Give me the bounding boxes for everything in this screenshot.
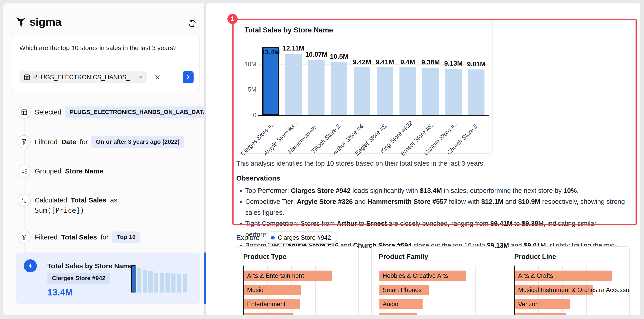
bar-Arthur Store #4...[interactable] (354, 68, 370, 116)
product-bar-label: Arts & Entertainment (247, 270, 304, 281)
chart-title: Total Sales by Store Name (244, 26, 333, 34)
step-label-5[interactable]: Filtered Total Sales forTop 10 (35, 230, 140, 244)
explore-row: Explore Clarges Store #942 (236, 232, 337, 244)
product-card-product-type: Product TypeArts & EntertainmentMusicEnt… (236, 246, 358, 315)
brand-name: sigma (30, 15, 62, 28)
sidebar: sigma Which are the top 10 stores in sal… (4, 4, 204, 315)
product-bar-label: Entertainment (247, 299, 286, 310)
mini-bar (137, 268, 141, 292)
bar-value-label: 9.4M (395, 58, 420, 66)
product-bar-row: Smart Phones (379, 285, 487, 295)
step-formula: Sum([Price]) (35, 206, 84, 214)
product-card-title: Product Line (514, 253, 556, 260)
sigma-logo: sigma (15, 15, 62, 28)
product-bar-row: Verizon (515, 299, 623, 310)
bar-value-label: 13.4M (258, 48, 283, 56)
product-card-title: Product Family (379, 253, 428, 260)
product-bar-row: Audio (379, 299, 487, 310)
product-bar-label: Music (247, 285, 263, 295)
explore-filter-pill[interactable]: Clarges Store #942 (265, 232, 338, 244)
mini-bar-chart (131, 262, 190, 292)
sidebar-scrollbar-thumb[interactable] (204, 252, 206, 304)
step-label-1[interactable]: SelectedPLUGS_ELECTRONICS_HANDS_ON_LAB_D… (35, 106, 204, 118)
product-bar-row: Memory Cards (515, 313, 623, 315)
bar-Argyle Store #3...[interactable] (285, 54, 302, 116)
result-card[interactable]: Total Sales by Store Name Clarges Store … (16, 252, 200, 304)
mini-bar (182, 274, 187, 292)
x-axis-line (258, 116, 488, 116)
observation-item: Top Performer: Clarges Store #942 leads … (245, 185, 629, 196)
product-bar[interactable] (244, 313, 294, 315)
result-card-title: Total Sales by Store Name (47, 262, 133, 270)
step-label-2[interactable]: Filtered Date forOn or after 3 years ago… (35, 135, 184, 148)
bar-value-label: 9.42M (350, 58, 374, 66)
blue-dot-icon (271, 236, 275, 240)
sidebar-scrollbar[interactable] (204, 4, 206, 315)
main-panel: 1 Total Sales by Store Name 05M10M13.4MC… (206, 4, 640, 315)
result-card-chip[interactable]: Clarges Store #942 (47, 272, 110, 284)
svg-text:x: x (24, 199, 26, 203)
table-icon (18, 106, 30, 118)
sigma-bird-icon (15, 16, 27, 28)
step-label-4[interactable]: Calculated Total Sales as (35, 194, 118, 206)
app-page: sigma Which are the top 10 stores in sal… (0, 0, 644, 319)
submit-question-button[interactable] (182, 71, 194, 84)
observation-item: Competitive Tier: Argyle Store #326 and … (245, 196, 629, 218)
product-bar-row: Music (244, 285, 352, 295)
bar-value-label: 9.41M (372, 58, 398, 66)
bar-Tilloch Store #...[interactable] (331, 62, 347, 116)
product-bar-row: Arts & Crafts (515, 270, 623, 281)
product-bar-row: Entertainment (244, 299, 352, 310)
bar-value-label: 9.13M (441, 60, 466, 67)
funnel-icon (18, 135, 30, 148)
bar-value-label: 9.01M (464, 60, 489, 68)
bar-Ernest Store #8...[interactable] (422, 68, 439, 116)
refresh-icon[interactable] (186, 18, 198, 30)
annotation-badge: 1 (228, 14, 238, 24)
product-bar-label: Audio (382, 299, 398, 310)
mini-bar (154, 273, 158, 292)
total-sales-chart-card: Total Sales by Store Name 05M10M13.4MCla… (236, 19, 493, 154)
step-chip-5[interactable]: Top 10 (112, 232, 140, 243)
remove-dataset-icon[interactable] (153, 73, 162, 82)
analysis-text: This analysis identifies the top 10 stor… (236, 160, 629, 167)
bar-Clarges Store #...[interactable] (262, 47, 279, 116)
group-icon (18, 164, 30, 178)
mini-bar (166, 273, 170, 292)
product-bar-row: TV & Home Theater (379, 313, 487, 315)
mini-bar (171, 274, 176, 292)
explore-pill-label: Clarges Store #942 (278, 234, 331, 241)
table-icon (24, 74, 30, 81)
product-bar-row: Musical Instrument & Orchestra Accessori… (515, 285, 623, 295)
bar-Hammersmith ...[interactable] (308, 60, 324, 116)
product-bar-label: Arts & Crafts (518, 270, 553, 281)
mini-bar (131, 265, 136, 292)
product-card-product-family: Product FamilyHobbies & Creative ArtsSma… (371, 246, 494, 315)
step-chip-2[interactable]: On or after 3 years ago (2022) (92, 136, 184, 148)
product-bar-row (244, 313, 352, 315)
mini-bar (148, 271, 153, 292)
step-chip-1[interactable]: PLUGS_ELECTRONICS_HANDS_ON_LAB_DATA (65, 106, 204, 118)
chevron-down-icon (138, 75, 143, 80)
mini-bar (177, 274, 181, 292)
bar-Eaglet Store #5...[interactable] (376, 68, 393, 116)
product-bar-label: Smart Phones (382, 285, 422, 295)
product-bar-row: Hobbies & Creative Arts (379, 270, 487, 281)
bar-value-label: 12.11M (281, 44, 306, 52)
fx-icon: fx (18, 194, 30, 206)
product-bar-label: Hobbies & Creative Arts (382, 270, 448, 281)
bar-value-label: 10.87M (304, 51, 329, 58)
product-card-product-line: Product LineArts & CraftsMusical Instrum… (507, 246, 630, 315)
y-axis-tick: 10M (238, 61, 256, 68)
chevron-right-icon (185, 74, 191, 80)
step-label-3[interactable]: Grouped Store Name (35, 164, 103, 178)
bar-King Store #922[interactable] (400, 68, 416, 116)
question-text[interactable]: Which are the top 10 stores in sales in … (20, 44, 177, 52)
dataset-selector[interactable]: PLUGS_ELECTRONICS_HANDS_... (20, 71, 147, 84)
product-bar-label: Musical Instrument & Orchestra Accessori… (518, 285, 630, 295)
product-bar-label: Memory Cards (518, 313, 558, 315)
bar-Church Store #...[interactable] (468, 70, 484, 116)
y-axis-tick: 5M (238, 86, 256, 93)
bar-Carlisle Store #...[interactable] (445, 69, 462, 116)
dataset-chip-label: PLUGS_ELECTRONICS_HANDS_... (33, 74, 135, 81)
